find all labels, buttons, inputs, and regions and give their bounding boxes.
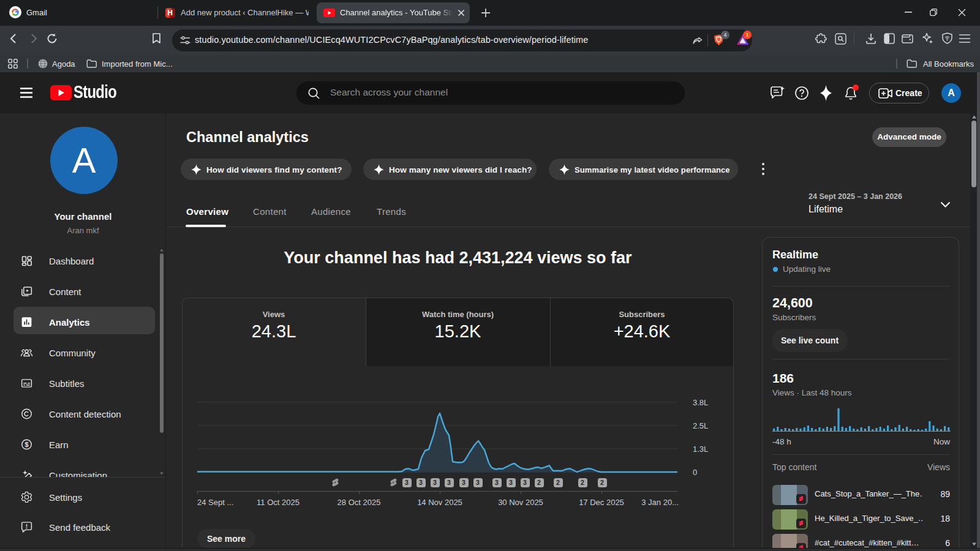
svg-text:$: $ [24, 441, 28, 448]
